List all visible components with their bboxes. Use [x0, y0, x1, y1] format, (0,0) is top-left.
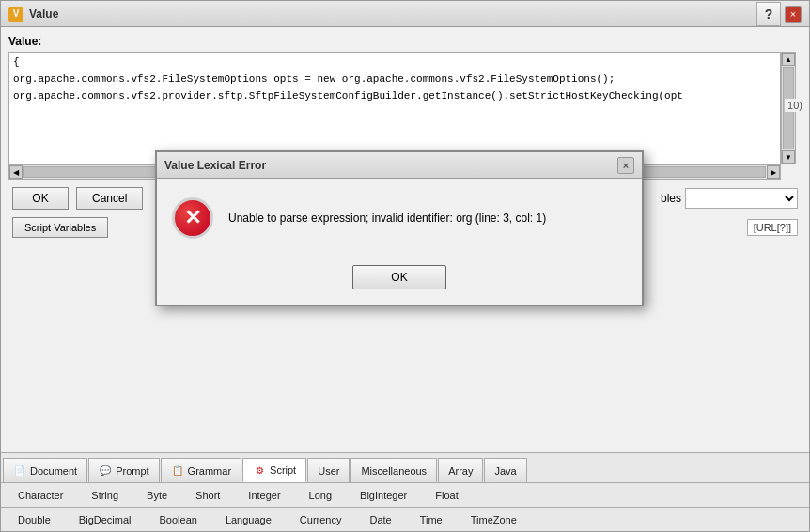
- modal-title: Value Lexical Error: [164, 159, 266, 172]
- error-icon: ✕: [172, 197, 213, 239]
- modal-dialog: Value Lexical Error × ✕ Unable to parse …: [155, 150, 644, 306]
- modal-message: Unable to parse expression; invalid iden…: [228, 211, 627, 225]
- modal-ok-button[interactable]: OK: [352, 265, 445, 289]
- modal-title-bar: Value Lexical Error ×: [157, 152, 642, 179]
- modal-close-button[interactable]: ×: [617, 157, 634, 174]
- modal-content: ✕ Unable to parse expression; invalid id…: [157, 179, 642, 258]
- modal-overlay: Value Lexical Error × ✕ Unable to parse …: [0, 0, 810, 532]
- modal-buttons: OK: [157, 258, 642, 305]
